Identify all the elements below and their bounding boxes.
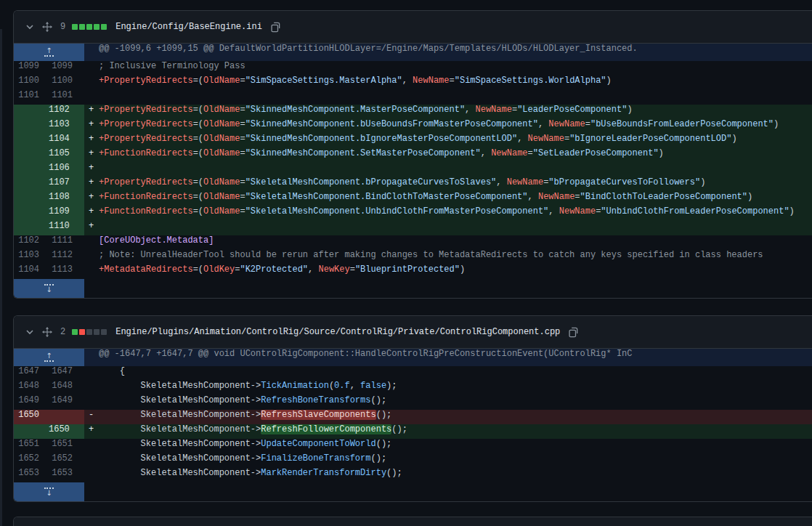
code-segment: = — [528, 148, 533, 158]
old-line-number[interactable]: 1103 — [14, 250, 49, 264]
code-segment: +PropertyRedirects — [99, 105, 193, 115]
new-line-number[interactable]: 1649 — [49, 395, 84, 410]
expand-down-icon: ↓ — [44, 487, 54, 497]
new-line-number[interactable]: 1102 — [49, 105, 84, 119]
code-segment: =( — [193, 192, 203, 202]
new-line-number[interactable]: 1111 — [49, 235, 84, 250]
diff-marker — [89, 439, 99, 449]
new-line-number[interactable]: 1651 — [49, 439, 84, 453]
file-path[interactable]: Engine/Config/BaseEngine.ini — [115, 22, 262, 32]
code-segment: (); — [370, 395, 386, 405]
file-header: 2 Engine/Plugins/Animation/ControlRig/So… — [14, 316, 812, 349]
diffstat-add-square — [79, 24, 85, 30]
old-line-number[interactable]: 1653 — [14, 468, 49, 482]
code-line: [CoreUObject.Metadata] — [84, 235, 812, 250]
expand-up-icon: ↑ — [44, 47, 54, 57]
code-line — [84, 90, 812, 105]
diff-file-card: 2 Engine/Plugins/Animation/ControlRig/So… — [13, 315, 812, 502]
new-line-number[interactable]: 1108 — [49, 192, 84, 206]
code-segment: ) — [460, 264, 465, 275]
copy-path-icon[interactable] — [568, 327, 579, 338]
old-line-number[interactable]: 1100 — [14, 76, 49, 90]
new-line-number[interactable]: 1104 — [49, 134, 84, 148]
expand-hunk-up-button[interactable]: ↑ — [14, 44, 84, 61]
old-line-number[interactable] — [14, 424, 49, 439]
new-line-number[interactable]: 1099 — [49, 61, 84, 76]
code-line: +PropertyRedirects=(OldName="SimSpaceSet… — [84, 76, 812, 90]
code-segment: UpdateComponentToWorld — [261, 439, 375, 449]
new-line-number[interactable] — [49, 410, 84, 424]
old-line-number[interactable]: 1099 — [14, 61, 49, 76]
code-segment: NewName — [538, 192, 575, 202]
new-line-number[interactable]: 1106 — [49, 163, 84, 177]
old-line-number[interactable]: 1647 — [14, 366, 49, 381]
new-line-number[interactable]: 1112 — [49, 250, 84, 264]
expand-hunk-down-button[interactable]: ↓ — [14, 482, 84, 501]
old-line-number[interactable]: 1650 — [14, 410, 49, 424]
code-segment: SkeletalMeshComponent-> — [99, 395, 261, 405]
code-line: ; Inclusive Terminology Pass — [84, 61, 812, 76]
code-segment: SkeletalMeshComponent-> — [99, 439, 261, 449]
old-line-number[interactable] — [14, 206, 49, 221]
old-line-number[interactable] — [14, 177, 49, 192]
new-line-number[interactable]: 1100 — [49, 76, 84, 90]
diff-marker: + — [89, 163, 99, 173]
expand-hunk-down-button[interactable]: ↓ — [14, 279, 84, 298]
new-line-number[interactable]: 1105 — [49, 148, 84, 163]
code-segment: { — [99, 366, 125, 376]
chevron-down-icon[interactable] — [25, 328, 34, 336]
old-line-number[interactable]: 1104 — [14, 264, 49, 279]
code-segment: ) — [659, 148, 664, 158]
old-line-number[interactable] — [14, 192, 49, 206]
old-line-number[interactable]: 1651 — [14, 439, 49, 453]
file-path[interactable]: Engine/Plugins/Animation/ControlRig/Sour… — [115, 327, 560, 337]
new-line-number[interactable]: 1653 — [49, 468, 84, 482]
code-segment: RefreshSlaveComponents — [261, 410, 375, 420]
new-line-number[interactable]: 1652 — [49, 453, 84, 468]
code-segment: "BindClothToLeaderPoseComponent" — [580, 192, 747, 202]
old-line-number[interactable] — [14, 221, 49, 235]
new-line-number[interactable]: 1110 — [49, 221, 84, 235]
diff-file-card: 9 Engine/Config/BaseEngine.ini ↑ @@ -109… — [13, 10, 812, 299]
old-line-number[interactable] — [14, 134, 49, 148]
new-line-number[interactable]: 1109 — [49, 206, 84, 221]
new-line-number[interactable]: 1650 — [49, 424, 84, 439]
old-line-number[interactable] — [14, 119, 49, 134]
new-line-number[interactable]: 1107 — [49, 177, 84, 192]
diff-row: 11041113 +MetadataRedirects=(OldKey="K2P… — [14, 264, 812, 279]
code-line: ; Note: UnrealHeaderTool should be rerun… — [84, 250, 812, 264]
old-line-number[interactable]: 1102 — [14, 235, 49, 250]
copy-path-icon[interactable] — [270, 22, 281, 33]
new-line-number[interactable]: 1113 — [49, 264, 84, 279]
diff-row: 1110+ — [14, 221, 812, 235]
code-line: ++PropertyRedirects=(OldName="SkinnedMes… — [84, 119, 812, 134]
code-segment: (); — [376, 410, 392, 420]
drag-move-icon[interactable] — [42, 22, 52, 32]
old-line-number[interactable]: 1649 — [14, 395, 49, 410]
diff-marker — [89, 235, 99, 246]
code-segment: , — [548, 206, 559, 217]
drag-move-icon[interactable] — [42, 327, 52, 337]
old-line-number[interactable]: 1652 — [14, 453, 49, 468]
expand-hunk-up-button[interactable]: ↑ — [14, 349, 84, 366]
new-line-number[interactable]: 1103 — [49, 119, 84, 134]
code-segment: , — [308, 264, 318, 275]
new-line-number[interactable]: 1648 — [49, 381, 84, 395]
diff-marker: + — [89, 424, 99, 434]
diff-row: 11011101 — [14, 90, 812, 105]
diff-row: 11021111 [CoreUObject.Metadata] — [14, 235, 812, 250]
code-segment: (); — [386, 468, 402, 478]
new-line-number[interactable]: 1101 — [49, 90, 84, 105]
old-line-number[interactable] — [14, 105, 49, 119]
chevron-down-icon[interactable] — [25, 23, 34, 31]
old-line-number[interactable]: 1648 — [14, 381, 49, 395]
old-line-number[interactable] — [14, 163, 49, 177]
code-line: SkeletalMeshComponent->TickAnimation(0.f… — [84, 381, 812, 395]
diffstat-neutral-square — [101, 329, 107, 335]
code-segment: SkeletalMeshComponent-> — [99, 410, 261, 420]
code-segment: =( — [193, 105, 203, 115]
old-line-number[interactable]: 1101 — [14, 90, 49, 105]
new-line-number[interactable]: 1647 — [49, 366, 84, 381]
diff-row: 16511651 SkeletalMeshComponent->UpdateCo… — [14, 439, 812, 453]
old-line-number[interactable] — [14, 148, 49, 163]
